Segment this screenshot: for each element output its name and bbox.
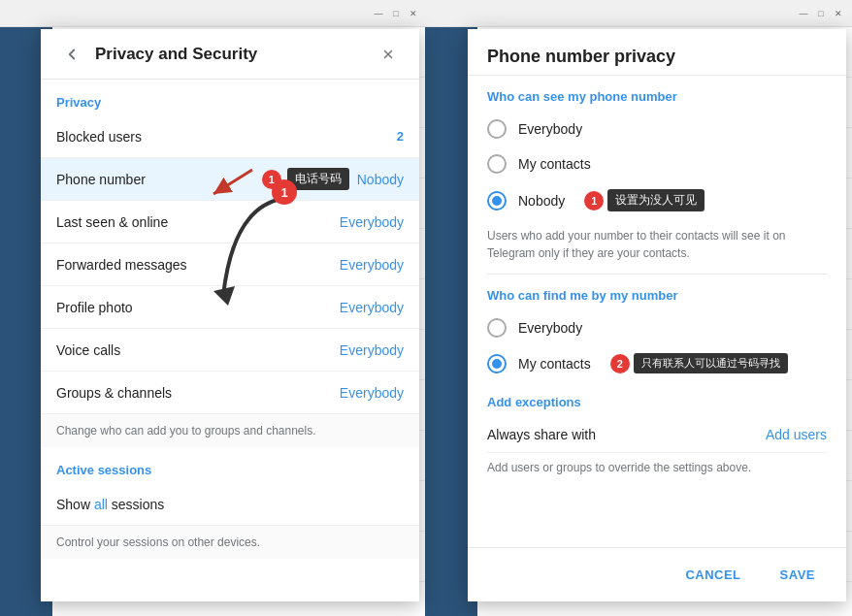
blocked-users-label: Blocked users: [56, 129, 397, 145]
maximize-btn-left[interactable]: □: [388, 6, 404, 21]
privacy-hint: Change who can add you to groups and cha…: [41, 414, 419, 447]
who-can-see-title: Who can see my phone number: [487, 76, 827, 112]
large-step-arrow: [194, 189, 301, 319]
phone-privacy-dialog: Phone number privacy Who can see my phon…: [468, 29, 846, 601]
find-annotation: 只有联系人可以通过号码寻找: [634, 353, 788, 373]
phone-dialog-body: Who can see my phone number Everybody My…: [468, 76, 846, 547]
last-seen-value: Everybody: [340, 214, 404, 230]
profile-photo-value: Everybody: [340, 300, 404, 315]
dialog-header: Privacy and Security: [41, 29, 419, 80]
close-dialog-button[interactable]: [373, 39, 404, 70]
nobody-step1-badge: 1: [584, 191, 604, 211]
nobody-see-option[interactable]: Nobody 1 设置为没人可见: [487, 181, 827, 219]
close-btn-left[interactable]: ✕: [406, 6, 421, 21]
my-contacts-see-radio[interactable]: [487, 154, 507, 174]
active-sessions-hint: Control your sessions on other devices.: [41, 526, 419, 559]
back-button[interactable]: [56, 39, 87, 70]
find-step2-badge: 2: [610, 354, 630, 373]
minimize-btn-right[interactable]: —: [796, 6, 811, 21]
my-contacts-see-option[interactable]: My contacts: [487, 146, 827, 181]
my-contacts-find-label: My contacts: [518, 356, 591, 372]
blocked-users-value: 2: [397, 129, 404, 144]
everybody-see-option[interactable]: Everybody: [487, 112, 827, 146]
nobody-see-radio[interactable]: [487, 191, 507, 211]
step1-large-badge: 1: [272, 179, 297, 205]
everybody-see-label: Everybody: [518, 121, 582, 137]
phone-number-value: Nobody: [357, 172, 404, 187]
everybody-find-option[interactable]: Everybody: [487, 310, 827, 345]
voice-calls-label: Voice calls: [56, 342, 340, 358]
maximize-btn-right[interactable]: □: [813, 6, 829, 21]
show-all-sessions-label: Show all sessions: [56, 497, 404, 512]
save-button[interactable]: SAVE: [765, 560, 831, 590]
always-share-label: Always share with: [487, 427, 596, 442]
forwarded-messages-value: Everybody: [340, 257, 404, 273]
phone-dialog-header: Phone number privacy: [468, 29, 846, 76]
my-contacts-see-label: My contacts: [518, 156, 591, 172]
everybody-find-radio[interactable]: [487, 318, 507, 338]
phone-dialog-title: Phone number privacy: [487, 47, 827, 67]
my-contacts-find-radio[interactable]: [487, 354, 507, 373]
close-icon-right[interactable]: ✕: [831, 6, 846, 21]
add-exceptions-title: Add exceptions: [487, 381, 827, 417]
dialog-title: Privacy and Security: [95, 45, 373, 64]
always-share-row: Always share with Add users: [487, 417, 827, 453]
show-all-sessions-item[interactable]: Show all sessions: [41, 483, 419, 526]
phone-dialog-footer: CANCEL SAVE: [468, 547, 846, 601]
everybody-see-radio[interactable]: [487, 119, 507, 139]
my-contacts-find-option[interactable]: My contacts 2 只有联系人可以通过号码寻找: [487, 345, 827, 381]
groups-channels-value: Everybody: [340, 385, 404, 401]
share-hint: Add users or groups to override the sett…: [487, 453, 827, 482]
see-hint: Users who add your number to their conta…: [487, 219, 827, 275]
phone-annotation-box: 电话号码: [287, 168, 349, 190]
cancel-button[interactable]: CANCEL: [670, 560, 756, 590]
svg-marker-2: [213, 286, 235, 306]
voice-calls-item[interactable]: Voice calls Everybody: [41, 329, 419, 372]
groups-channels-label: Groups & channels: [56, 385, 340, 401]
blocked-users-item[interactable]: Blocked users 2: [41, 115, 419, 158]
everybody-find-label: Everybody: [518, 320, 582, 336]
voice-calls-value: Everybody: [340, 342, 404, 358]
nobody-annotation: 设置为没人可见: [607, 189, 705, 211]
add-users-button[interactable]: Add users: [766, 427, 827, 442]
who-can-find-title: Who can find me by my number: [487, 275, 827, 310]
active-sessions-label: Active sessions: [41, 447, 419, 483]
privacy-section-label: Privacy: [41, 80, 419, 115]
dialog-body: Privacy Blocked users 2 Phone number: [41, 80, 419, 601]
groups-channels-item[interactable]: Groups & channels Everybody: [41, 372, 419, 414]
nobody-see-label: Nobody: [518, 193, 565, 209]
minimize-btn-left[interactable]: —: [371, 6, 386, 21]
